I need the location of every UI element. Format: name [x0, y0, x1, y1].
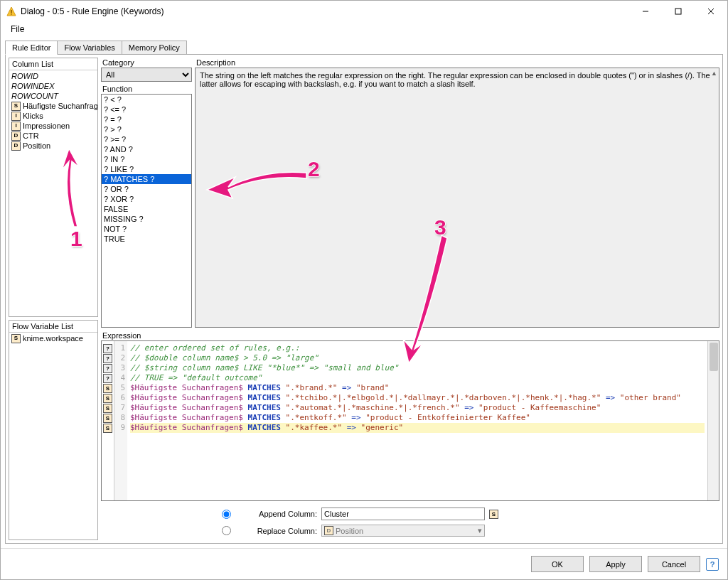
cancel-button[interactable]: Cancel: [648, 556, 700, 572]
column-item[interactable]: SHäufigste Suchanfragen: [11, 101, 96, 111]
category-label: Category: [101, 58, 192, 68]
column-item[interactable]: IKlicks: [11, 111, 96, 121]
function-item[interactable]: ? >= ?: [102, 134, 191, 144]
append-column-input[interactable]: [321, 508, 485, 520]
flow-variable-header: Flow Variable List: [9, 321, 97, 333]
chevron-down-icon: ▾: [478, 526, 482, 535]
type-badge: I: [11, 122, 21, 131]
function-item[interactable]: TRUE: [102, 234, 191, 244]
dialog-window: Dialog - 0:5 - Rule Engine (Keywords) Fi…: [0, 0, 728, 580]
app-icon: [6, 6, 16, 16]
menu-file[interactable]: File: [6, 23, 28, 36]
function-item[interactable]: NOT ?: [102, 224, 191, 234]
tab-flow-variables[interactable]: Flow Variables: [57, 41, 122, 54]
arrow-1: [56, 149, 92, 234]
window-title: Dialog - 0:5 - Rule Engine (Keywords): [21, 6, 629, 16]
flow-variable-list[interactable]: Sknime.workspace: [9, 333, 97, 539]
column-list-header: Column List: [9, 58, 97, 70]
function-list[interactable]: ? < ?? <= ?? = ?? > ?? >= ?? AND ?? IN ?…: [101, 94, 192, 328]
function-item[interactable]: ? > ?: [102, 124, 191, 134]
type-badge: S: [11, 334, 21, 343]
function-item[interactable]: ? OR ?: [102, 184, 191, 194]
function-item[interactable]: ? XOR ?: [102, 194, 191, 204]
tab-memory-policy[interactable]: Memory Policy: [122, 41, 187, 54]
column-item[interactable]: ROWINDEX: [11, 81, 96, 91]
function-item[interactable]: FALSE: [102, 204, 191, 214]
append-column-row: Append Column: S: [101, 505, 719, 522]
description-label: Description: [195, 58, 719, 68]
menubar: File: [1, 22, 727, 36]
column-item[interactable]: ROWCOUNT: [11, 91, 96, 101]
column-item[interactable]: IImpressionen: [11, 121, 96, 131]
dialog-button-bar: OK Apply Cancel ?: [1, 548, 727, 579]
function-panel: Category All Function ? < ?? <= ?? = ?? …: [101, 58, 192, 328]
column-item[interactable]: DCTR: [11, 131, 96, 141]
column-item[interactable]: ROWID: [11, 71, 96, 81]
append-column-radio[interactable]: [222, 510, 231, 519]
maximize-button[interactable]: [662, 1, 695, 22]
type-badge: D: [11, 141, 21, 151]
function-item[interactable]: ? LIKE ?: [102, 164, 191, 174]
svg-rect-2: [11, 14, 12, 15]
function-item[interactable]: ? = ?: [102, 114, 191, 124]
tab-content: Column List ROWIDROWINDEXROWCOUNTSHäufig…: [5, 55, 723, 544]
function-item[interactable]: MISSING ?: [102, 214, 191, 224]
apply-button[interactable]: Apply: [589, 556, 642, 572]
category-select[interactable]: All: [101, 68, 192, 82]
function-item[interactable]: ? <= ?: [102, 104, 191, 114]
replace-column-select[interactable]: D Position ▾: [321, 525, 485, 537]
function-item[interactable]: ? < ?: [102, 95, 191, 104]
append-column-label: Append Column:: [235, 510, 317, 518]
type-badge: D: [11, 131, 21, 141]
function-item[interactable]: ? AND ?: [102, 144, 191, 154]
function-item[interactable]: ? IN ?: [102, 154, 191, 164]
help-icon[interactable]: ?: [706, 558, 719, 571]
svg-rect-4: [675, 9, 681, 14]
arrow-2: [207, 166, 314, 201]
flow-variable-panel: Flow Variable List Sknime.workspace: [9, 320, 98, 540]
replace-column-radio[interactable]: [222, 526, 231, 535]
minimize-button[interactable]: [629, 1, 662, 22]
close-button[interactable]: [695, 1, 727, 22]
arrow-3: [399, 235, 456, 363]
scroll-up-icon[interactable]: ▲: [711, 70, 717, 77]
tab-rule-editor[interactable]: Rule Editor: [5, 41, 58, 55]
function-item[interactable]: ? MATCHES ?: [102, 174, 191, 184]
flow-variable-item[interactable]: Sknime.workspace: [11, 333, 96, 343]
replace-column-label: Replace Column:: [235, 527, 317, 535]
ok-button[interactable]: OK: [531, 556, 584, 572]
append-type-badge: S: [489, 510, 498, 519]
titlebar: Dialog - 0:5 - Rule Engine (Keywords): [1, 1, 727, 22]
type-badge: I: [11, 112, 21, 121]
replace-type-badge: D: [324, 526, 333, 535]
editor-scrollbar[interactable]: [707, 341, 719, 500]
replace-column-row: Replace Column: D Position ▾: [101, 522, 719, 539]
svg-rect-1: [11, 10, 12, 13]
function-label: Function: [101, 84, 192, 94]
expression-editor[interactable]: ????SSSSS 123456789 // enter ordered set…: [101, 340, 719, 501]
type-badge: S: [11, 102, 21, 111]
tabstrip: Rule Editor Flow Variables Memory Policy: [5, 41, 723, 55]
